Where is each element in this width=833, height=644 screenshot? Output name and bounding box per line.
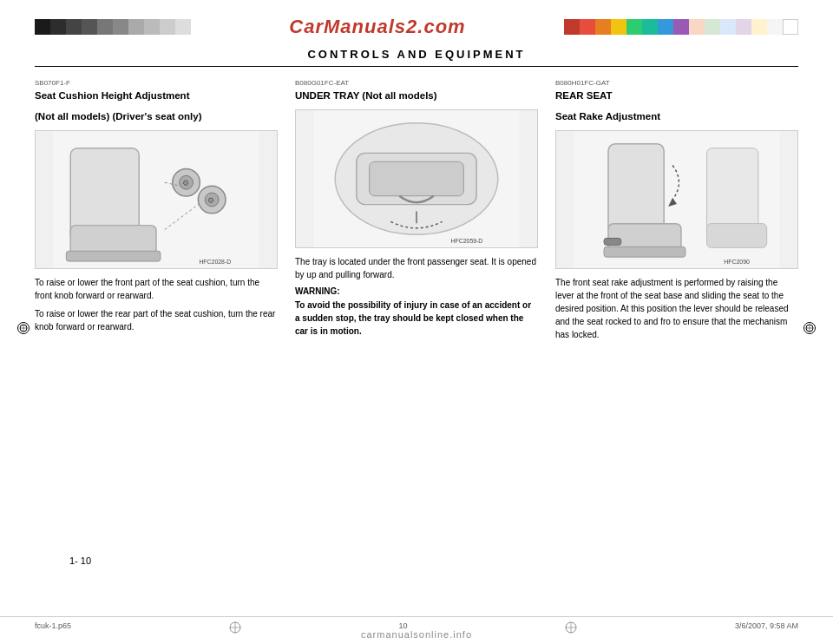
swatch (720, 19, 736, 35)
swatch (128, 19, 144, 35)
warning-title: WARNING: (295, 286, 538, 296)
column-seat-cushion: SB070F1-F Seat Cushion Height Adjustment… (35, 79, 278, 338)
margin-mark-right (803, 322, 816, 334)
rear-seat-image: HFC2090 (555, 130, 798, 269)
swatch (751, 19, 767, 35)
footer-right: 3/6/2007, 9:58 AM (735, 621, 798, 635)
swatch (642, 19, 658, 35)
swatch (705, 19, 720, 35)
seat-cushion-svg: ⚙ ⚙ HFC2028-D (36, 131, 277, 268)
swatch (35, 19, 50, 35)
section-code-1: SB070F1-F (35, 79, 278, 87)
under-tray-svg: HFC2059-D (296, 110, 537, 247)
swatch (783, 19, 798, 35)
section-title-2: UNDER TRAY (Not all models) (295, 89, 538, 102)
swatch (580, 19, 595, 35)
svg-rect-26 (608, 144, 664, 234)
warning-text: To avoid the possibility of injury in ca… (295, 299, 538, 338)
swatch (144, 19, 160, 35)
section-title-1: Seat Cushion Height Adjustment (35, 89, 278, 102)
footer-left: fcuk-1.p65 (35, 621, 71, 635)
swatch (564, 19, 580, 35)
color-strip-left (35, 19, 191, 35)
under-tray-image: HFC2059-D (295, 109, 538, 248)
swatch (97, 19, 113, 35)
page-number: 1- 10 (69, 555, 91, 566)
swatch (689, 19, 705, 35)
top-bar: CarManuals2.com (0, 16, 833, 38)
swatch (673, 19, 689, 35)
swatch (175, 19, 191, 35)
svg-text:⚙: ⚙ (207, 196, 214, 205)
column-under-tray: B080G01FC-EAT UNDER TRAY (Not all models… (295, 79, 538, 338)
body-text-3a: The front seat rake adjustment is perfor… (555, 276, 798, 341)
svg-rect-9 (66, 251, 161, 261)
swatch (595, 19, 611, 35)
margin-mark-left (17, 322, 30, 334)
swatch (82, 19, 97, 35)
footer-center-icon (229, 621, 241, 635)
page-title: CONTROLS AND EQUIPMENT (35, 48, 798, 67)
rear-seat-svg: HFC2090 (556, 131, 797, 268)
footer-center-icon-2 (565, 621, 577, 635)
columns-container: SB070F1-F Seat Cushion Height Adjustment… (35, 79, 798, 346)
section-subtitle-3: Seat Rake Adjustment (555, 109, 798, 123)
svg-rect-31 (707, 148, 758, 234)
color-strip-right (564, 19, 798, 35)
swatch (626, 19, 642, 35)
swatch (611, 19, 626, 35)
svg-rect-28 (604, 247, 685, 258)
svg-rect-32 (707, 224, 767, 248)
swatch (767, 19, 783, 35)
section-subtitle-1: (Not all models) (Driver's seat only) (35, 109, 278, 123)
svg-rect-22 (370, 161, 464, 196)
swatch (50, 19, 66, 35)
svg-text:HFC2059-D: HFC2059-D (451, 238, 483, 244)
svg-rect-29 (604, 239, 621, 246)
body-text-1a: To raise or lower the front part of the … (35, 276, 278, 302)
seat-cushion-image: ⚙ ⚙ HFC2028-D (35, 130, 278, 269)
swatch (113, 19, 128, 35)
svg-text:HFC2090: HFC2090 (724, 259, 750, 265)
section-title-3: REAR SEAT (555, 89, 798, 102)
swatch (658, 19, 673, 35)
svg-text:HFC2028-D: HFC2028-D (199, 259, 231, 265)
main-content: CONTROLS AND EQUIPMENT SB070F1-F Seat Cu… (35, 48, 798, 592)
svg-text:⚙: ⚙ (182, 179, 189, 187)
bottom-watermark: carmanualsonline.info (361, 629, 472, 640)
section-code-3: B080H01FC-GAT (555, 79, 798, 87)
swatch (66, 19, 82, 35)
watermark: CarManuals2.com (289, 16, 465, 38)
body-text-1b: To raise or lower the rear part of the s… (35, 307, 278, 333)
body-text-2a: The tray is located under the front pass… (295, 255, 538, 281)
swatch (736, 19, 751, 35)
section-code-2: B080G01FC-EAT (295, 79, 538, 87)
swatch (160, 19, 175, 35)
column-rear-seat: B080H01FC-GAT REAR SEAT Seat Rake Adjust… (555, 79, 798, 346)
